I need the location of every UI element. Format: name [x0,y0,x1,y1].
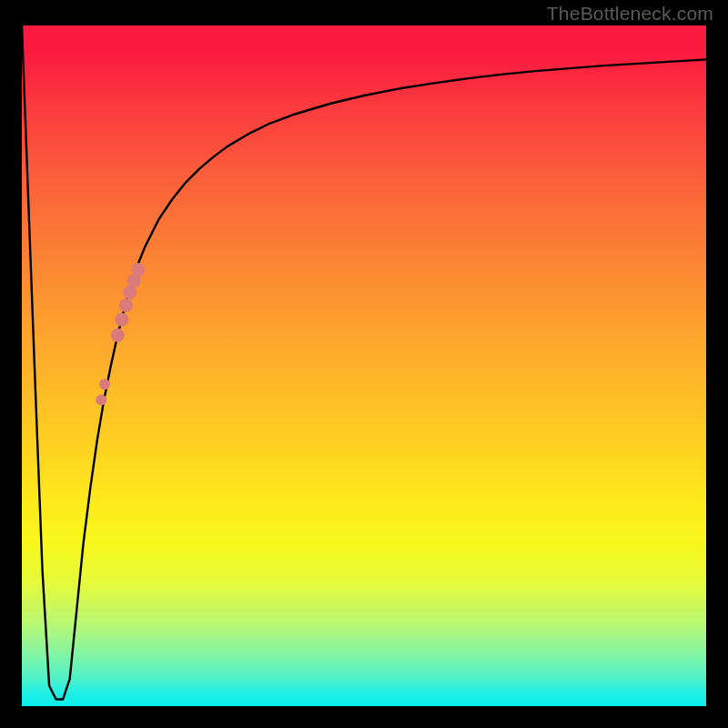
data-marker [115,313,128,327]
data-marker [123,286,136,299]
plot-area [22,25,706,706]
data-marker [96,394,106,405]
data-marker [119,298,133,312]
data-markers [96,263,145,405]
chart-svg [22,25,706,706]
chart-frame: TheBottleneck.com [0,0,728,728]
watermark-text: TheBottleneck.com [547,3,713,25]
data-marker [131,263,145,277]
data-marker [99,379,110,389]
bottleneck-curve [22,25,706,700]
data-marker [111,329,125,342]
